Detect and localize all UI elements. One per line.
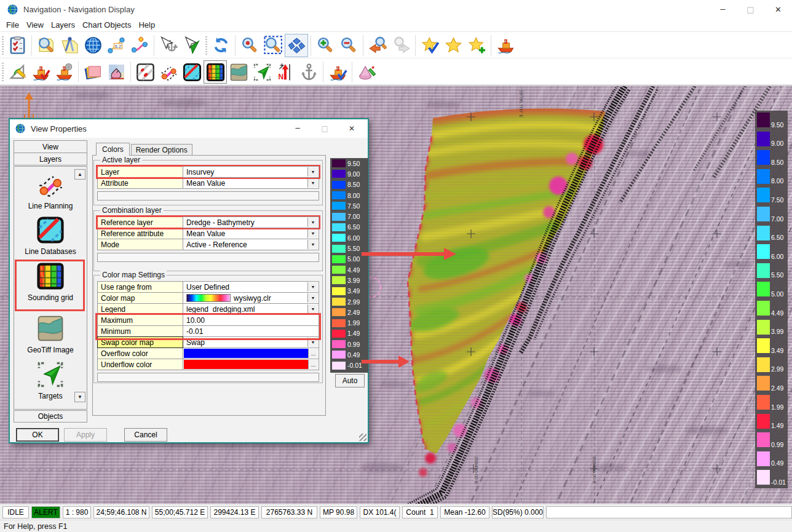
globe-button[interactable]: [81, 34, 105, 57]
menu-help[interactable]: Help: [135, 19, 159, 31]
dialog-close-button[interactable]: ✕: [338, 119, 365, 138]
resize-grip[interactable]: [359, 434, 366, 441]
boat-button[interactable]: [494, 34, 517, 57]
layer-item-geotiff-image[interactable]: GeoTiff Image: [14, 314, 87, 354]
scroll-down-button[interactable]: ▼: [74, 392, 85, 402]
auto-button[interactable]: Auto: [335, 374, 365, 387]
tab-colors[interactable]: Colors: [96, 143, 130, 156]
measure-button[interactable]: 6.2: [105, 34, 128, 57]
layer-item-line-databases[interactable]: Line Databases: [14, 216, 87, 256]
mag-red-icon: [240, 36, 259, 55]
star-add-icon: [467, 36, 486, 55]
cancel-button[interactable]: Cancel: [124, 428, 167, 442]
color-picker-button[interactable]: ...: [308, 360, 318, 369]
minimize-button[interactable]: ─: [709, 0, 737, 18]
anchor-button[interactable]: [297, 60, 320, 84]
dropdown-arrow[interactable]: ▼: [307, 282, 318, 292]
toolbar-separator: [130, 62, 131, 82]
sidescan-button[interactable]: [133, 60, 157, 84]
dropdown-arrow[interactable]: ▼: [307, 293, 318, 303]
menu-view[interactable]: View: [23, 19, 47, 31]
sndgrid-button[interactable]: [204, 60, 227, 84]
dialog-maximize-button[interactable]: □: [311, 119, 338, 138]
menu-layers[interactable]: Layers: [47, 19, 79, 31]
legend-row: 3.49: [330, 286, 368, 296]
field-value[interactable]: Active - Reference▼: [183, 239, 319, 250]
maximize-button[interactable]: □: [737, 0, 764, 18]
dropdown-arrow[interactable]: ▼: [307, 218, 318, 227]
puzzle-button[interactable]: [285, 34, 308, 57]
boat-check2-button[interactable]: [326, 60, 349, 84]
field-value[interactable]: Mean Value▼: [183, 228, 319, 239]
view-panel-button[interactable]: View: [14, 140, 87, 153]
toolbar-grip[interactable]: [0, 62, 6, 82]
dropdown-arrow[interactable]: ▼: [307, 338, 318, 347]
layers-panel-button[interactable]: Layers: [14, 153, 87, 165]
curve-button[interactable]: [128, 34, 151, 57]
cursor-anchor-button[interactable]: [157, 34, 180, 57]
dropdown-arrow[interactable]: ▼: [307, 167, 318, 177]
dialog-title-bar[interactable]: View Properties ─ □ ✕: [10, 119, 368, 138]
objects-button[interactable]: Objects: [14, 410, 87, 423]
star-add-button[interactable]: [465, 34, 488, 57]
map-legend-swatch: [757, 432, 770, 447]
field-value[interactable]: User Defined▼: [183, 281, 319, 293]
mag-select-button[interactable]: [261, 34, 285, 57]
zoom-back-button[interactable]: [366, 34, 389, 57]
line-plan-button[interactable]: [157, 60, 180, 84]
protractor-button[interactable]: [6, 60, 29, 84]
papers-button[interactable]: [81, 60, 105, 84]
star-button[interactable]: [442, 34, 465, 57]
cone-button[interactable]: [355, 60, 378, 84]
field-value[interactable]: Mean Value▼: [183, 177, 319, 189]
toolbar-grip[interactable]: [204, 35, 209, 56]
field-value[interactable]: ...: [183, 347, 319, 359]
dropdown-arrow[interactable]: ▼: [307, 178, 318, 188]
cursor-target-button[interactable]: [180, 34, 204, 57]
toolbar-separator: [311, 35, 311, 56]
clipboard-button[interactable]: [6, 34, 29, 57]
mag-red-button[interactable]: [238, 34, 261, 57]
field-value[interactable]: legend_dredging.xml▼: [183, 303, 319, 315]
close-button[interactable]: ✕: [764, 0, 792, 18]
tab-render-options[interactable]: Render Options: [131, 144, 192, 156]
field-value[interactable]: Insurvey▼: [183, 166, 319, 178]
apply-button[interactable]: Apply: [64, 428, 107, 442]
star-check-button[interactable]: [418, 34, 442, 57]
field-value[interactable]: -0.01: [183, 325, 319, 337]
dropdown-arrow[interactable]: ▼: [307, 240, 318, 249]
compass-button[interactable]: [58, 34, 81, 57]
field-value[interactable]: ...: [183, 359, 319, 370]
field-label: Layer: [97, 166, 183, 178]
color-picker-button[interactable]: ...: [308, 349, 318, 358]
status-mean: Mean -12.60: [440, 506, 489, 518]
chart-sym-button[interactable]: [105, 60, 128, 84]
line-db-button[interactable]: [180, 60, 204, 84]
map-legend-value: 6.50: [771, 234, 783, 241]
refresh-button[interactable]: [209, 34, 232, 57]
targets-button[interactable]: [250, 60, 274, 84]
zoom-out-button[interactable]: [337, 34, 360, 57]
north-button[interactable]: N: [274, 60, 297, 84]
field-label: Color map: [97, 292, 183, 304]
legend-swatch: [332, 340, 346, 348]
zoom-in-button[interactable]: [314, 34, 337, 57]
zoom-fwd-button[interactable]: [389, 34, 413, 57]
note-search-button[interactable]: [34, 34, 58, 57]
menu-file[interactable]: File: [2, 19, 23, 31]
field-value[interactable]: 10.00: [183, 314, 319, 326]
dropdown-arrow[interactable]: ▼: [307, 304, 318, 314]
dropdown-arrow[interactable]: ▼: [307, 229, 318, 238]
toolbar-grip[interactable]: [0, 35, 6, 56]
field-value[interactable]: Dredge - Bathymetry▼: [183, 216, 319, 228]
boat-check-button[interactable]: [29, 60, 52, 84]
geotiff-button[interactable]: [227, 60, 250, 84]
field-value[interactable]: Swap▼: [183, 336, 319, 348]
boat-ball-button[interactable]: [52, 60, 76, 84]
dialog-minimize-button[interactable]: ─: [284, 119, 311, 138]
layer-item-line-planning[interactable]: Line Planning: [14, 170, 87, 210]
menu-chart-objects[interactable]: Chart Objects: [79, 19, 135, 31]
field-value[interactable]: wysiwyg.clr▼: [183, 292, 319, 304]
group-active-layer: Active layerLayerInsurvey▼AttributeMean …: [93, 160, 323, 205]
ok-button[interactable]: OK: [16, 428, 59, 442]
